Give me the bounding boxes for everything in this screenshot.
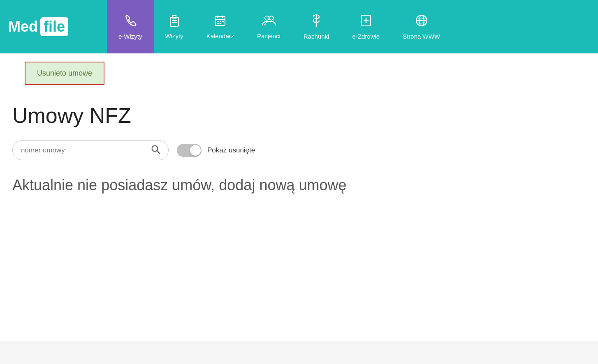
calendar-icon (213, 14, 227, 29)
nav-item-rachunki[interactable]: Rachunki (292, 0, 341, 53)
search-row: Pokaż usunięte (12, 140, 586, 160)
main-content: Usunięto umowę Umowy NFZ Pokaż usunięte (0, 53, 598, 341)
app-root: Med file e-Wizyty (0, 0, 598, 341)
toggle-label: Pokaż usunięte (207, 146, 255, 154)
nav-item-wizyty[interactable]: Wizyty (154, 0, 195, 53)
logo: Med file (8, 17, 68, 36)
svg-point-13 (269, 16, 274, 20)
logo-area: Med file (0, 0, 107, 53)
nav-label-rachunki: Rachunki (304, 33, 329, 40)
empty-state-text: Aktualnie nie posiadasz umów, dodaj nową… (12, 177, 586, 194)
globe-icon (415, 14, 429, 30)
svg-rect-0 (170, 17, 178, 26)
svg-rect-10 (217, 23, 219, 24)
nav-item-e-wizyty[interactable]: e-Wizyty (107, 0, 154, 53)
nav-label-kalendarz: Kalendarz (206, 32, 234, 39)
nav-item-kalendarz[interactable]: Kalendarz (195, 0, 246, 53)
svg-rect-11 (220, 23, 221, 24)
svg-point-12 (265, 16, 269, 20)
svg-rect-9 (222, 21, 224, 22)
phone-icon (123, 14, 137, 30)
nav-item-e-zdrowie[interactable]: e-Zdrowie (341, 0, 391, 53)
patients-icon (262, 14, 276, 29)
nav-label-strona-www: Strona WWW (403, 33, 440, 40)
logo-med: Med (8, 18, 38, 35)
success-banner: Usunięto umowę (25, 62, 104, 85)
search-input[interactable] (21, 146, 148, 154)
show-deleted-toggle[interactable] (177, 144, 202, 157)
search-box[interactable] (12, 140, 169, 160)
svg-line-24 (157, 151, 160, 153)
svg-rect-7 (217, 21, 219, 22)
search-icon[interactable] (151, 145, 160, 156)
nav-label-e-wizyty: e-Wizyty (118, 33, 142, 40)
nav-label-wizyty: Wizyty (165, 32, 183, 39)
svg-rect-8 (220, 21, 221, 22)
dollar-icon (311, 14, 322, 30)
nav-label-pacjenci: Pacjenci (257, 32, 280, 39)
health-icon (360, 14, 372, 30)
logo-file: file (40, 17, 68, 36)
nav-label-e-zdrowie: e-Zdrowie (352, 33, 380, 40)
header: Med file e-Wizyty (0, 0, 598, 53)
toggle-row: Pokaż usunięte (177, 144, 255, 157)
nav-item-pacjenci[interactable]: Pacjenci (246, 0, 292, 53)
page-title: Umowy NFZ (12, 103, 586, 128)
clipboard-icon (168, 14, 181, 29)
toggle-knob (190, 145, 201, 156)
success-banner-text: Usunięto umowę (37, 69, 92, 77)
main-nav: e-Wizyty Wizyty (107, 0, 452, 53)
nav-item-strona-www[interactable]: Strona WWW (391, 0, 452, 53)
